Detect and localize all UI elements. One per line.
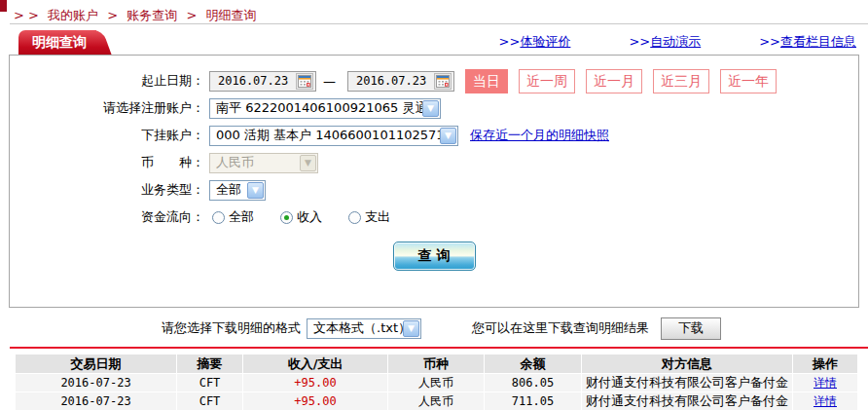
chevron-down-icon[interactable]: ▼ (422, 100, 439, 117)
flow-row: 资金流向： 全部 收入 支出 (10, 206, 858, 228)
header-summary: 摘要 (177, 354, 242, 373)
biz-type-row: 业务类型： 全部 ▼ (10, 179, 858, 201)
cell-summary: CFT (177, 392, 242, 410)
save-monthly-snapshot-link[interactable]: 保存近一个月的明细快照 (470, 127, 609, 144)
header-balance: 余额 (485, 354, 581, 373)
radio-unchecked-icon[interactable] (212, 211, 225, 224)
currency-label: 币 种： (10, 154, 204, 171)
flow-label: 资金流向： (10, 208, 204, 226)
register-account-label: 请选择注册账户： (10, 99, 204, 117)
table-row: 2016-07-23 CFT +95.00 人民币 806.05 财付通支付科技… (16, 374, 857, 391)
download-button[interactable]: 下载 (661, 317, 721, 340)
chevron-down-icon: ▼ (300, 155, 316, 171)
flow-option-expense[interactable]: 支出 (348, 208, 390, 226)
query-button[interactable]: 查 询 (393, 242, 476, 271)
header-counterparty: 对方信息 (582, 354, 792, 373)
breadcrumb-item-my-account[interactable]: 我的账户 (48, 8, 98, 22)
link-prefix: >> (499, 34, 521, 49)
link-label: 体验评价 (520, 34, 570, 49)
currency-value: 人民币 (211, 154, 259, 171)
sub-account-select[interactable]: 000 活期 基本户 1406600101102571848 ▼ (209, 126, 458, 146)
radio-unchecked-icon[interactable] (348, 211, 361, 224)
calendar-icon[interactable] (434, 73, 452, 90)
header-trade-date: 交易日期 (16, 354, 176, 373)
register-account-value: 南平 6222001406100921065 灵通卡 (211, 99, 422, 117)
register-account-select[interactable]: 南平 6222001406100921065 灵通卡 ▼ (209, 98, 441, 119)
start-date-value: 2016.07.23 (218, 74, 288, 88)
cell-trade-date: 2016-07-23 (16, 374, 176, 391)
quick-range-quarter-button[interactable]: 近三月 (653, 69, 709, 93)
cell-counterparty: 财付通支付科技有限公司客户备付金 (582, 374, 792, 391)
corner-mark (0, 0, 7, 12)
query-form-panel: 起止日期： 2016.07.23 — 2016.07.23 (9, 55, 859, 308)
query-button-row: 查 询 (10, 242, 858, 271)
chevron-down-icon[interactable]: ▼ (440, 128, 456, 144)
cell-currency: 人民币 (388, 374, 484, 391)
quick-range-today-button[interactable]: 当日 (465, 69, 508, 93)
chevron-down-icon[interactable]: ▼ (403, 320, 419, 337)
cell-summary: CFT (177, 374, 242, 391)
biz-type-value: 全部 (211, 181, 246, 199)
table-header-row: 交易日期 摘要 收入/支出 币种 余额 对方信息 操作 (16, 354, 857, 373)
header-currency: 币种 (388, 354, 484, 373)
end-date-input[interactable]: 2016.07.23 (347, 71, 454, 92)
detail-link[interactable]: 详情 (814, 376, 837, 390)
quick-range-week-button[interactable]: 近一周 (519, 69, 575, 93)
flow-option-income-label: 收入 (297, 208, 322, 226)
quick-range-year-button[interactable]: 近一年 (720, 69, 777, 93)
calendar-icon (436, 75, 450, 88)
download-row: 请您选择下载明细的格式 文本格式（.txt） ▼ 您可以在这里下载查询明细结果 … (162, 317, 868, 340)
transaction-table: 交易日期 摘要 收入/支出 币种 余额 对方信息 操作 2016-07-23 C… (15, 354, 858, 410)
link-label: 自动演示 (650, 34, 701, 49)
tab-detail-query[interactable]: 明细查询 (18, 30, 96, 55)
date-range-dash: — (323, 74, 336, 89)
biz-type-label: 业务类型： (10, 181, 204, 199)
link-view-column-info[interactable]: >>查看栏目信息 (759, 33, 856, 51)
chevron-down-icon[interactable]: ▼ (247, 182, 264, 199)
currency-row: 币 种： 人民币 ▼ (10, 152, 858, 173)
breadcrumb-prefix: > > (14, 8, 39, 22)
date-range-label: 起止日期： (10, 72, 204, 90)
quick-range-month-button[interactable]: 近一月 (586, 69, 642, 93)
download-format-select[interactable]: 文本格式（.txt） ▼ (307, 318, 421, 339)
link-experience-rating[interactable]: >>体验评价 (499, 33, 571, 51)
download-format-label: 请您选择下载明细的格式 (162, 319, 301, 337)
flow-option-all-label: 全部 (229, 208, 254, 226)
breadcrumb-separator: > (186, 8, 197, 22)
cell-counterparty: 财付通支付科技有限公司客户备付金 (582, 392, 792, 410)
start-date-input[interactable]: 2016.07.23 (209, 71, 316, 92)
table-row: 2016-07-23 CFT +95.00 人民币 711.05 财付通支付科技… (16, 392, 857, 410)
flow-option-all[interactable]: 全部 (212, 208, 254, 226)
register-account-row: 请选择注册账户： 南平 6222001406100921065 灵通卡 ▼ (10, 97, 858, 119)
header-action: 操作 (793, 354, 857, 373)
sub-account-label: 下挂账户： (10, 127, 204, 144)
header-income-expense: 收入/支出 (243, 354, 387, 373)
breadcrumb: > > 我的账户 > 账务查询 > 明细查询 (0, 0, 868, 20)
red-divider (10, 347, 868, 349)
download-hint: 您可以在这里下载查询明细结果 (472, 319, 649, 337)
link-prefix: >> (629, 34, 650, 49)
top-links: >>体验评价 >>自动演示 >>查看栏目信息 (499, 33, 862, 55)
download-format-value: 文本格式（.txt） (308, 319, 403, 337)
detail-link[interactable]: 详情 (814, 394, 837, 408)
link-label: 查看栏目信息 (780, 34, 856, 49)
link-auto-demo[interactable]: >>自动演示 (629, 33, 701, 51)
radio-checked-icon[interactable] (280, 211, 293, 224)
link-prefix: >> (759, 34, 780, 49)
calendar-icon[interactable] (296, 73, 313, 90)
biz-type-select[interactable]: 全部 ▼ (209, 180, 266, 201)
sub-account-value: 000 活期 基本户 1406600101102571848 (211, 127, 440, 144)
tab-bar: 明细查询 >>体验评价 >>自动演示 >>查看栏目信息 (18, 30, 862, 55)
end-date-value: 2016.07.23 (356, 74, 426, 88)
cell-amount: +95.00 (243, 374, 387, 391)
cell-currency: 人民币 (388, 392, 484, 410)
cell-trade-date: 2016-07-23 (16, 392, 176, 410)
cell-balance: 806.05 (485, 374, 581, 391)
flow-option-expense-label: 支出 (365, 208, 390, 226)
sub-account-row: 下挂账户： 000 活期 基本户 1406600101102571848 ▼ 保… (10, 125, 858, 146)
flow-option-income[interactable]: 收入 (280, 208, 322, 226)
breadcrumb-separator: > (107, 8, 118, 22)
breadcrumb-item-account-query[interactable]: 账务查询 (127, 8, 177, 22)
cell-balance: 711.05 (485, 392, 581, 410)
breadcrumb-item-detail-query[interactable]: 明细查询 (205, 8, 256, 22)
